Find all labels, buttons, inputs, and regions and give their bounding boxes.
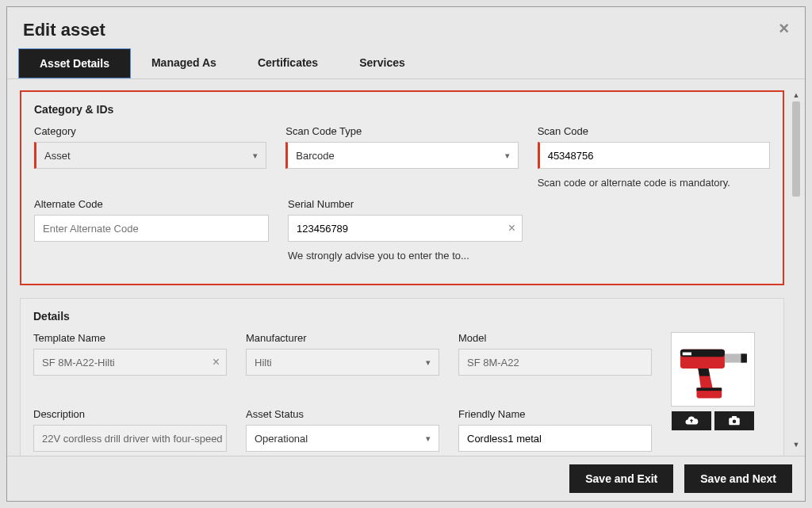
asset-thumbnail	[671, 332, 755, 407]
model-value: SF 8M-A22	[467, 357, 519, 369]
svg-rect-3	[741, 353, 746, 362]
description-value: 22V cordless drill driver with four-spee…	[42, 433, 223, 445]
scan-code-type-value: Barcode	[296, 150, 334, 162]
model-input: SF 8M-A22	[458, 349, 652, 376]
scrollbar[interactable]: ▲ ▼	[792, 90, 800, 449]
dialog-title: Edit asset	[23, 20, 105, 40]
section-details: Details Template Name SF 8M-A22-Hilti × …	[20, 298, 784, 456]
serial-number-label: Serial Number	[288, 198, 523, 210]
scan-code-input[interactable]	[538, 142, 770, 169]
manufacturer-select[interactable]: Hilti	[246, 349, 439, 376]
camera-icon	[727, 414, 741, 428]
clear-icon[interactable]: ×	[508, 221, 515, 235]
description-label: Description	[33, 408, 227, 420]
asset-status-label: Asset Status	[246, 408, 439, 420]
model-label: Model	[458, 332, 652, 344]
svg-rect-5	[696, 388, 722, 391]
serial-number-field[interactable]	[297, 223, 514, 235]
template-value: SF 8M-A22-Hilti	[42, 357, 115, 369]
alternate-code-input[interactable]	[34, 215, 269, 242]
scroll-area: Category & IDs Category Asset Scan Code …	[20, 90, 784, 456]
save-and-next-button[interactable]: Save and Next	[684, 464, 792, 493]
tab-asset-details[interactable]: Asset Details	[18, 48, 131, 78]
dialog-footer: Save and Exit Save and Next	[7, 456, 805, 501]
svg-rect-6	[683, 353, 691, 356]
cloud-upload-icon	[684, 414, 699, 428]
save-and-exit-button[interactable]: Save and Exit	[569, 464, 673, 493]
clear-icon[interactable]: ×	[213, 355, 220, 369]
friendly-name-field[interactable]	[467, 433, 643, 445]
serial-hint: We strongly advise you to enter the to..…	[288, 250, 523, 262]
friendly-name-label: Friendly Name	[458, 408, 652, 420]
alternate-code-label: Alternate Code	[34, 198, 269, 210]
edit-asset-dialog: Edit asset × Asset Details Managed As Ce…	[6, 6, 806, 502]
scan-code-field[interactable]	[548, 150, 761, 162]
manufacturer-value: Hilti	[255, 357, 272, 369]
tab-certificates[interactable]: Certificates	[237, 48, 339, 78]
svg-rect-9	[732, 416, 737, 418]
category-label: Category	[34, 125, 266, 137]
category-select[interactable]: Asset	[34, 142, 266, 169]
template-label: Template Name	[33, 332, 227, 344]
upload-image-button[interactable]	[672, 411, 711, 430]
tab-bar: Asset Details Managed As Certificates Se…	[7, 48, 805, 79]
close-icon[interactable]: ×	[779, 20, 789, 37]
manufacturer-label: Manufacturer	[246, 332, 439, 344]
content-area: Category & IDs Category Asset Scan Code …	[7, 79, 805, 456]
category-value: Asset	[44, 150, 71, 162]
scrollbar-thumb[interactable]	[792, 101, 800, 197]
scan-code-label: Scan Code	[538, 125, 770, 137]
scroll-down-icon[interactable]: ▼	[792, 440, 800, 449]
svg-point-8	[733, 420, 737, 424]
scan-code-hint: Scan code or alternate code is mandatory…	[538, 177, 770, 189]
description-input: 22V cordless drill driver with four-spee…	[33, 425, 227, 452]
template-input[interactable]: SF 8M-A22-Hilti ×	[33, 349, 227, 376]
section-title: Category & IDs	[21, 92, 783, 125]
alternate-code-field[interactable]	[43, 223, 260, 235]
scan-code-type-select[interactable]: Barcode	[285, 142, 518, 169]
friendly-name-input[interactable]	[458, 425, 652, 452]
dialog-header: Edit asset ×	[7, 7, 805, 48]
asset-status-select[interactable]: Operational	[246, 425, 439, 452]
camera-button[interactable]	[714, 411, 754, 430]
scroll-up-icon[interactable]: ▲	[792, 90, 800, 100]
scan-code-type-label: Scan Code Type	[285, 125, 518, 137]
section-title: Details	[21, 299, 783, 332]
asset-status-value: Operational	[255, 433, 308, 445]
drill-icon	[676, 336, 750, 403]
section-category-ids: Category & IDs Category Asset Scan Code …	[20, 90, 784, 285]
tab-managed-as[interactable]: Managed As	[131, 48, 237, 78]
serial-number-input[interactable]: ×	[288, 215, 523, 242]
thumbnail-column	[671, 332, 755, 430]
tab-services[interactable]: Services	[339, 48, 426, 78]
